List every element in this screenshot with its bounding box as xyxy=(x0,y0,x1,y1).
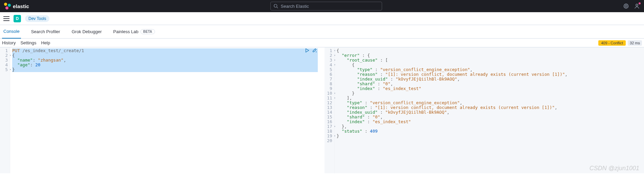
beta-badge: BETA xyxy=(140,29,155,34)
tab-label: Console xyxy=(3,29,20,34)
response-line-gutter: 1234567891011121314151617181920 xyxy=(325,47,335,173)
app-header: D Dev Tools xyxy=(0,12,644,25)
app-icon-badge[interactable]: D xyxy=(14,15,21,22)
svg-point-3 xyxy=(625,5,627,7)
global-search-placeholder: Search Elastic xyxy=(281,4,309,9)
response-viewer[interactable]: { "error" : { "root_cause" : [ { "type" … xyxy=(335,47,644,173)
elastic-logo[interactable]: elastic xyxy=(4,3,29,9)
send-request-button[interactable] xyxy=(305,48,310,54)
svg-line-1 xyxy=(276,7,278,8)
svg-point-2 xyxy=(624,4,628,8)
response-status-badge: 409 - Conflict xyxy=(598,40,626,46)
tab-painless-lab[interactable]: Painless LabBETA xyxy=(112,25,156,39)
console-editor-area: 12345 PUT /es_index_test/_create/1{ "nam… xyxy=(0,47,644,173)
newsfeed-icon[interactable] xyxy=(623,3,629,9)
svg-point-4 xyxy=(636,4,638,6)
request-pane[interactable]: 12345 PUT /es_index_test/_create/1{ "nam… xyxy=(0,47,325,173)
tab-grok-debugger[interactable]: Grok Debugger xyxy=(70,25,103,39)
toolbar-settings[interactable]: Settings xyxy=(20,40,36,45)
nav-toggle-button[interactable] xyxy=(3,16,9,21)
global-search-input[interactable]: Search Elastic xyxy=(270,2,382,10)
toolbar-history[interactable]: History xyxy=(2,40,16,45)
svg-point-5 xyxy=(316,51,316,52)
devtools-tab-bar: ConsoleSearch ProfilerGrok DebuggerPainl… xyxy=(0,25,644,39)
breadcrumb-dev-tools[interactable]: Dev Tools xyxy=(25,15,49,22)
request-editor[interactable]: PUT /es_index_test/_create/1{ "name": "z… xyxy=(10,47,320,173)
request-line-gutter: 12345 xyxy=(0,47,10,173)
tab-label: Painless Lab xyxy=(113,29,138,34)
console-toolbar: HistorySettingsHelp 409 - Conflict 32 ms xyxy=(0,39,644,47)
toolbar-help[interactable]: Help xyxy=(41,40,50,45)
user-avatar-icon[interactable] xyxy=(634,3,640,9)
global-header: elastic Search Elastic xyxy=(0,0,644,12)
response-pane[interactable]: 1234567891011121314151617181920 { "error… xyxy=(325,47,644,173)
tab-label: Grok Debugger xyxy=(72,29,102,34)
tab-console[interactable]: Console xyxy=(2,25,21,39)
response-timing-badge: 32 ms xyxy=(628,40,642,46)
brand-text: elastic xyxy=(13,3,29,9)
tab-label: Search Profiler xyxy=(31,29,60,34)
request-options-button[interactable] xyxy=(312,48,317,54)
svg-point-0 xyxy=(274,4,277,7)
search-icon xyxy=(273,4,278,8)
elastic-logo-icon xyxy=(4,3,11,9)
tab-search-profiler[interactable]: Search Profiler xyxy=(30,25,62,39)
